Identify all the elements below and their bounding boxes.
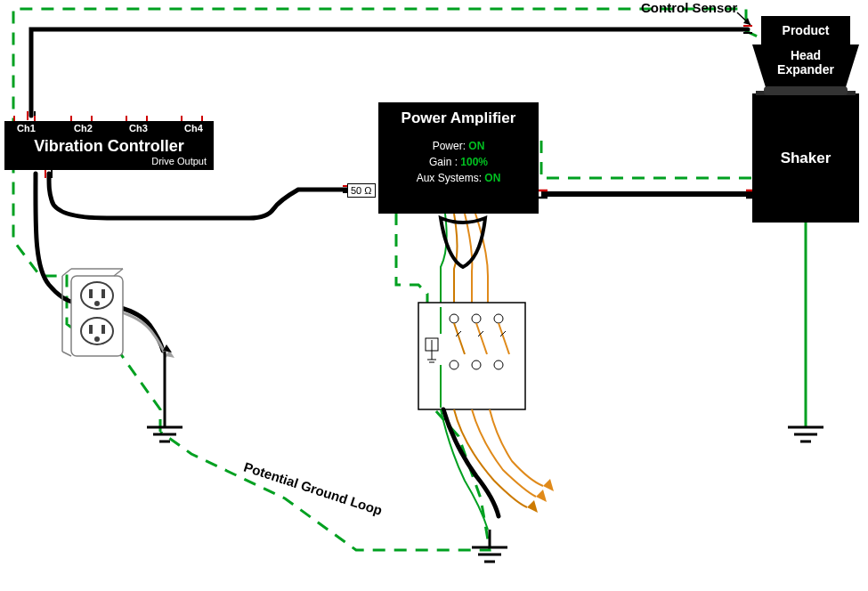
armature-icon <box>764 86 848 95</box>
ch2-label: Ch2 <box>74 123 93 134</box>
svg-point-32 <box>450 360 458 369</box>
wall-outlet-icon <box>62 269 123 356</box>
svg-point-34 <box>494 360 503 369</box>
head-expander-label-2: Expander <box>743 62 868 77</box>
ch4-label: Ch4 <box>184 123 203 134</box>
svg-point-33 <box>472 360 481 369</box>
cable-amp-to-panel <box>441 214 488 303</box>
svg-rect-56 <box>101 325 105 334</box>
amp-gain-label: Gain : <box>429 156 458 168</box>
product: Product <box>761 16 850 45</box>
amp-power-label: Power: <box>433 140 466 152</box>
svg-marker-43 <box>543 479 554 491</box>
amp-aux-value: ON <box>484 172 500 184</box>
ch1-label: Ch1 <box>17 123 36 134</box>
cable-controller-mains <box>36 174 76 303</box>
svg-line-61 <box>62 352 71 356</box>
svg-point-25 <box>494 314 503 323</box>
svg-point-53 <box>94 301 100 306</box>
amp-power-value: ON <box>468 140 484 152</box>
power-amplifier-title: Power Amplifier <box>378 102 539 127</box>
svg-rect-51 <box>89 289 93 298</box>
ch3-label: Ch3 <box>129 123 148 134</box>
ground-symbol-shaker <box>788 223 823 441</box>
power-amplifier: Power Amplifier Power: ON Gain : 100% Au… <box>378 102 539 214</box>
svg-point-57 <box>94 336 100 342</box>
amp-aux-label: Aux Systems: <box>417 172 482 184</box>
breaker-panel <box>418 303 525 409</box>
svg-point-24 <box>472 314 481 323</box>
ground-symbol-amplifier <box>472 530 507 562</box>
svg-marker-41 <box>527 500 538 513</box>
product-title: Product <box>783 23 830 37</box>
vibration-controller-title: Vibration Controller <box>4 137 214 156</box>
svg-marker-42 <box>536 490 547 502</box>
drive-output-label: Drive Output <box>151 156 207 166</box>
head-expander-label-1: Head <box>743 48 868 62</box>
cable-drive-to-amp <box>49 174 349 218</box>
shaker: Shaker <box>752 93 859 223</box>
potential-ground-loop-label: Potential Ground Loop <box>242 459 385 518</box>
impedance-label: 50 Ω <box>347 183 376 198</box>
amp-gain-value: 100% <box>460 156 488 168</box>
shaker-title: Shaker <box>781 150 831 167</box>
ground-symbol-controller <box>147 352 183 441</box>
svg-rect-55 <box>89 325 93 334</box>
svg-point-23 <box>450 314 458 323</box>
svg-line-59 <box>114 269 123 276</box>
control-sensor-label: Control Sensor <box>641 0 737 15</box>
ground-loop-path <box>13 9 819 550</box>
cable-panel-to-service <box>441 409 554 530</box>
vibration-controller: Ch1 Ch2 Ch3 Ch4 Vibration Controller Dri… <box>4 121 214 170</box>
svg-rect-52 <box>101 289 105 298</box>
